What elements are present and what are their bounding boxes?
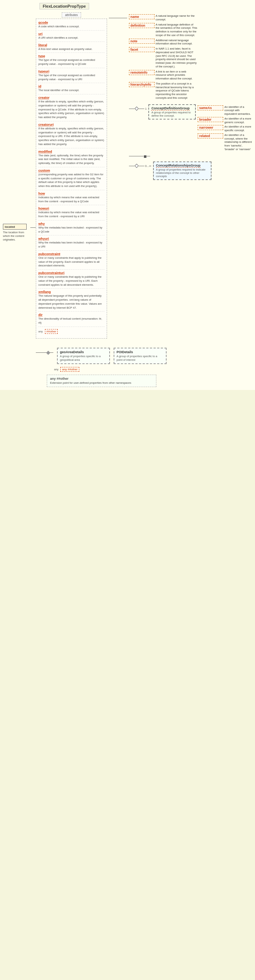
located-desc: The location from which the content orig… bbox=[3, 231, 27, 241]
connector-area bbox=[109, 14, 127, 18]
bottom-other-badge: any ##other bbox=[60, 367, 79, 372]
concept-def-section: 1 ConceptDefinitionGroup A group of prop… bbox=[129, 104, 252, 151]
prop-name-item: name A natural language name for the con… bbox=[129, 14, 252, 22]
prop-related-item: related An identifier of a concept, wher… bbox=[198, 134, 252, 151]
middle-connector: ■ bbox=[129, 153, 252, 160]
poi-details-box: POIDetails A group of properties specifi… bbox=[114, 348, 167, 364]
attr-pubconstraint: pubconstraint One or many constraints th… bbox=[38, 252, 104, 267]
attr-custom: custom (corresponding property was added… bbox=[38, 169, 104, 188]
concept-def-right-props: sameAs An identifier of a concept with e… bbox=[198, 104, 252, 151]
attributes-header: attributes bbox=[36, 13, 107, 18]
attr-other: any ##other bbox=[38, 328, 104, 334]
extension-box: any ##other Extension point for user-def… bbox=[47, 375, 156, 387]
attr-why: why Why the metadata has been included -… bbox=[38, 222, 104, 234]
attr-literal: literal A free-text value assigned as pr… bbox=[38, 43, 104, 51]
concept-def-box: ConceptDefinitionGroup A group of proper… bbox=[148, 104, 196, 119]
prop-remoteinfo-item: remoteInfo A link to an item or a web re… bbox=[129, 70, 252, 81]
geo-area-box: geoAreaDetails A group of properties spe… bbox=[57, 348, 110, 364]
attributes-panel: attributes qcode A code which identifies… bbox=[36, 13, 107, 339]
attr-how: how Indicates by which means the value w… bbox=[38, 192, 104, 204]
right-props-list: name A natural language name for the con… bbox=[129, 14, 252, 180]
prop-narrower-item: narrower An identifier of a more specifi… bbox=[198, 125, 252, 132]
attr-typeuri: typeuri The type of the concept assigned… bbox=[38, 70, 104, 81]
prop-definition-item: definition A natural language definition… bbox=[129, 23, 252, 37]
bottom-section: geoAreaDetails A group of properties spe… bbox=[36, 348, 252, 387]
page-title: FlexLocationPropType bbox=[40, 3, 89, 10]
page-container: FlexLocationPropType located The locatio… bbox=[0, 0, 255, 390]
geo-poi-row: geoAreaDetails A group of properties spe… bbox=[36, 348, 252, 364]
concept-rel-box: ConceptRelationshipsGroup A group of pro… bbox=[153, 161, 212, 180]
attr-creator: creator If the attribute is empty, speci… bbox=[38, 96, 104, 119]
attr-qcode: qcode A code which identifies a concept. bbox=[38, 21, 104, 29]
prop-sameas-item: sameAs An identifier of a concept with e… bbox=[198, 105, 252, 116]
prop-hierarchyinfo-item: hierarchyInfo The position of a concept … bbox=[129, 82, 252, 100]
prop-facet-item: facet In NAR 1.1 and later, facet is dep… bbox=[129, 47, 252, 68]
bottom-other-row: any any ##other bbox=[54, 367, 252, 372]
attr-type: type The type of the concept assigned as… bbox=[38, 54, 104, 66]
attr-xmllang: xmllang The natural language of this pro… bbox=[38, 290, 104, 309]
located-label: located bbox=[5, 225, 15, 229]
located-box: located bbox=[3, 224, 27, 230]
attributes-label: attributes bbox=[62, 13, 81, 18]
attr-whyuri: whyuri Why the metadata has been include… bbox=[38, 237, 104, 248]
attr-creatoruri: creatoruri If the attribute is empty, sp… bbox=[38, 123, 104, 146]
attr-dir: dir The directionality of textual conten… bbox=[38, 313, 104, 325]
concept-rel-section: 0...∞ ConceptRelationshipsGroup A group … bbox=[129, 161, 252, 180]
prop-note-item: note Additional natural language informa… bbox=[129, 39, 252, 46]
attributes-container: qcode A code which identifies a concept.… bbox=[36, 19, 107, 339]
attr-howuri: howuri Indicates by which means the valu… bbox=[38, 207, 104, 218]
attr-pubconstrainturi: pubconstrainturi One or many constraints… bbox=[38, 271, 104, 286]
right-content: name A natural language name for the con… bbox=[107, 13, 252, 339]
attr-id: id The local identifier of the concept. bbox=[38, 84, 104, 92]
attr-uri: uri A URI which identifies a concept. bbox=[38, 32, 104, 40]
prop-broader-item: broader An identifier of a more generic … bbox=[198, 117, 252, 124]
top-right-props: name A natural language name for the con… bbox=[109, 14, 252, 180]
attr-modified: modified The date (and, optionally, the … bbox=[38, 150, 104, 165]
